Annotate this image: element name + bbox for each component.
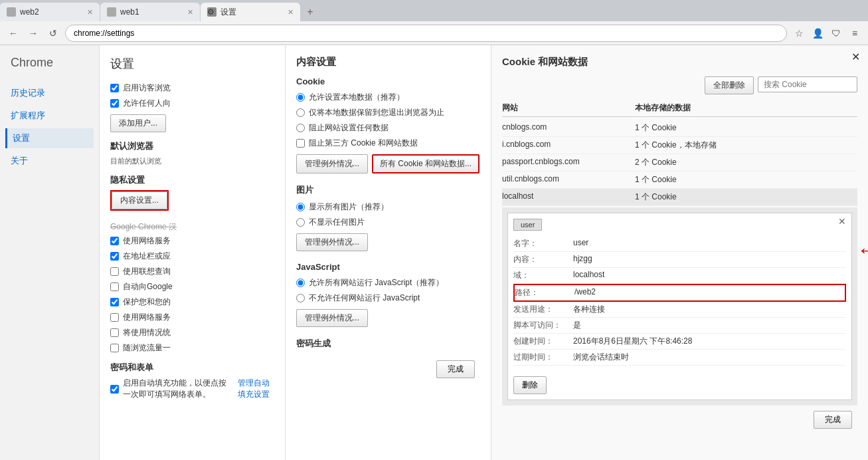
cb5-input[interactable] [110, 267, 119, 276]
back-button[interactable]: ← [5, 25, 21, 41]
shield-icon[interactable]: 🛡 [828, 25, 844, 41]
detail-domain: 域： localhost [513, 268, 846, 284]
tab-web2[interactable]: web2 ✕ [0, 3, 100, 21]
cb8-label: 使用网络服务 [123, 312, 171, 323]
cookie-search-input[interactable] [758, 76, 857, 92]
reload-button[interactable]: ↺ [45, 25, 61, 41]
all-cookies-button[interactable]: 所有 Cookie 和网站数据... [372, 154, 479, 173]
address-bar: ← → ↺ ☆ 👤 🛡 ≡ [0, 21, 868, 45]
cb9-input[interactable] [110, 328, 119, 337]
sidebar-item-extensions[interactable]: 扩展程序 [5, 106, 94, 126]
cb3-input[interactable] [110, 237, 119, 245]
cookie-radio-2[interactable] [296, 108, 305, 117]
sidebar-item-history[interactable]: 历史记录 [5, 83, 94, 103]
autofill-label: 启用自动填充功能，以便点按一次即可填写网络表单。 [123, 378, 234, 400]
settings-panel: 设置 启用访客浏览 允许任何人向 添加用户... 默认浏览器 目前的默认浏览 隐… [100, 45, 286, 460]
image-radio-2[interactable] [296, 218, 305, 227]
autofill-input[interactable] [110, 385, 119, 394]
tab-close-settings[interactable]: ✕ [288, 8, 294, 17]
cookie-option-3: 阻止网站设置任何数据 [296, 122, 480, 134]
cb7-input[interactable] [110, 298, 119, 306]
cookie-radio-1[interactable] [296, 93, 305, 102]
cookie-data-cnblogs: 1 个 Cookie [635, 122, 857, 134]
add-user-button[interactable]: 添加用户... [110, 114, 166, 132]
checkbox-allow-anyone: 允许任何人向 [110, 98, 274, 109]
menu-icon[interactable]: ≡ [847, 25, 863, 41]
detail-script: 脚本可访问： 是 [513, 318, 846, 334]
cb8-input[interactable] [110, 313, 119, 322]
sidebar: Chrome 历史记录 扩展程序 设置 关于 [0, 45, 100, 460]
bookmark-star-icon[interactable]: ☆ [791, 25, 807, 41]
cb9-row: 将使用情况统 [110, 327, 274, 338]
toolbar-icons: ☆ 👤 🛡 ≡ [791, 25, 863, 41]
cookie-radio-3[interactable] [296, 124, 305, 132]
cookie-row-cnblogs[interactable]: cnblogs.com 1 个 Cookie [502, 120, 857, 137]
cookie-option-3-label: 阻止网站设置任何数据 [309, 122, 389, 134]
image-option-1-label: 显示所有图片（推荐） [309, 201, 389, 213]
cookie-data-util: 1 个 Cookie [635, 174, 857, 185]
cookie-panel-done-button[interactable]: 完成 [814, 411, 852, 429]
privacy-title: 隐私设置 [110, 174, 274, 186]
cookie-row-util[interactable]: util.cnblogs.com 1 个 Cookie [502, 172, 857, 189]
cookie-option-1-label: 允许设置本地数据（推荐） [309, 92, 404, 103]
cb7-label: 保护您和您的 [123, 296, 171, 308]
image-radio-1[interactable] [296, 203, 305, 211]
sidebar-item-about[interactable]: 关于 [5, 151, 94, 171]
delete-cookie-button[interactable]: 删除 [513, 376, 547, 394]
annotation-arrow: ← [857, 238, 868, 263]
cookie-tag: user [513, 219, 542, 231]
manage-js-exceptions-button[interactable]: 管理例外情况... [296, 309, 368, 327]
cookie-row-i-cnblogs[interactable]: i.cnblogs.com 1 个 Cookie，本地存储 [502, 137, 857, 154]
autofill-link[interactable]: 管理自动填充设置 [238, 378, 275, 400]
settings-title: 设置 [110, 56, 274, 72]
cookie-site-util: util.cnblogs.com [502, 174, 635, 183]
js-radio-2[interactable] [296, 294, 305, 302]
browser-window: web2 ✕ web1 ✕ ⚙ 设置 ✕ + ← → ↺ ☆ 👤 🛡 ≡ C [0, 0, 868, 460]
content-settings-button[interactable]: 内容设置... [112, 191, 167, 209]
cookie-detail-close-icon[interactable]: ✕ [838, 216, 846, 227]
cookie-data-panel: ✕ Cookie 和网站数据 全部删除 网站 本地存储的数据 cnblogs.c… [491, 45, 868, 460]
main-content: Chrome 历史记录 扩展程序 设置 关于 设置 启用访客浏览 允许任何人向 … [0, 45, 868, 460]
cs-footer: 完成 [296, 355, 480, 384]
profile-icon[interactable]: 👤 [810, 25, 825, 41]
tab-web1[interactable]: web1 ✕ [100, 3, 200, 21]
cookie-site-localhost: localhost [502, 191, 635, 201]
tab-favicon-settings: ⚙ [207, 7, 217, 17]
tab-close-web1[interactable]: ✕ [187, 8, 193, 17]
js-option-1-label: 允许所有网站运行 JavaScript（推荐） [309, 277, 444, 288]
cookie-panel-close-icon[interactable]: ✕ [851, 51, 860, 63]
detail-domain-label: 域： [513, 270, 573, 281]
cb10-input[interactable] [110, 344, 119, 352]
address-input[interactable] [65, 25, 787, 42]
tab-title-settings: 设置 [220, 7, 284, 18]
delete-all-button[interactable]: 全部删除 [705, 76, 754, 94]
cb10-row: 随浏览流量一 [110, 342, 274, 354]
new-tab-button[interactable]: + [301, 3, 319, 21]
cookie-site-cnblogs: cnblogs.com [502, 122, 635, 132]
checkbox-guest-input[interactable] [110, 84, 119, 92]
image-option-1: 显示所有图片（推荐） [296, 201, 480, 213]
js-radio-1[interactable] [296, 279, 305, 287]
tab-close-web2[interactable]: ✕ [87, 8, 93, 17]
manage-image-exceptions-button[interactable]: 管理例外情况... [296, 233, 368, 251]
content-settings-done-button[interactable]: 完成 [436, 360, 475, 378]
tab-favicon-web1 [107, 7, 116, 17]
forward-button[interactable]: → [25, 25, 41, 41]
checkbox-allow-input[interactable] [110, 99, 119, 108]
sidebar-item-settings[interactable]: 设置 [5, 128, 94, 148]
block-third-party-checkbox[interactable] [296, 139, 305, 148]
detail-name-label: 名字： [513, 238, 573, 249]
detail-content-value: hjzgg [573, 254, 846, 265]
cookie-row-passport[interactable]: passport.cnblogs.com 2 个 Cookie [502, 154, 857, 172]
default-browser-text: 目前的默认浏览 [110, 156, 274, 166]
manage-exceptions-button[interactable]: 管理例外情况... [296, 154, 368, 173]
cb4-input[interactable] [110, 252, 119, 261]
cookie-option-1: 允许设置本地数据（推荐） [296, 92, 480, 103]
cb3-row: 使用网络服务 [110, 235, 274, 247]
detail-path: 路径： /web2 [513, 284, 846, 302]
tab-settings[interactable]: ⚙ 设置 ✕ [201, 3, 300, 21]
cookie-row-localhost[interactable]: localhost 1 个 Cookie [502, 189, 857, 206]
js-option-1: 允许所有网站运行 JavaScript（推荐） [296, 277, 480, 288]
detail-name: 名字： user [513, 236, 846, 252]
cb6-input[interactable] [110, 283, 119, 291]
